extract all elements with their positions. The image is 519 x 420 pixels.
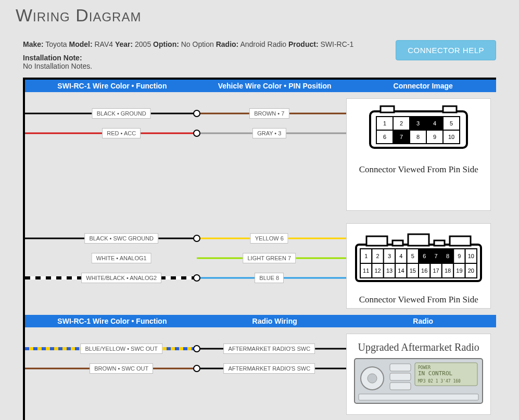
- header-right-conn: Connector Image: [350, 82, 496, 90]
- header-band-1: SWI-RC-1 Wire Color • Function Vehicle W…: [25, 80, 496, 92]
- radio-screen-line2: IN CONTROL: [418, 370, 453, 377]
- wire-label-right: AFTERMARKET RADIO'S SWC: [223, 363, 315, 374]
- svg-text:7: 7: [435, 253, 438, 259]
- wire-row: BROWN • SWC OUT AFTERMARKET RADIO'S SWC: [25, 359, 346, 378]
- install-note: Installation Note: No Installation Notes…: [23, 54, 353, 70]
- wire-label-left: BLACK • SWC GROUND: [84, 233, 158, 244]
- svg-text:9: 9: [458, 253, 461, 259]
- radio-screen-line3: MP3 02 1 3'47 160: [418, 379, 461, 384]
- svg-text:19: 19: [457, 268, 463, 274]
- header-left: SWI-RC-1 Wire Color • Function: [25, 82, 199, 90]
- connector-image-1: 12345678910 Connector Viewed From Pin Si…: [346, 98, 491, 211]
- meta-text: Make: Toyota Model: RAV4 Year: 2005 Opti…: [23, 40, 353, 70]
- svg-rect-25: [408, 234, 429, 246]
- svg-text:10: 10: [448, 134, 454, 140]
- wire-label-right: BROWN • 7: [249, 108, 289, 119]
- meta-row: Make: Toyota Model: RAV4 Year: 2005 Opti…: [0, 40, 519, 70]
- svg-rect-28: [434, 240, 445, 246]
- svg-rect-1: [381, 106, 394, 112]
- wire-label-left: RED • ACC: [102, 128, 141, 138]
- svg-rect-74: [390, 383, 411, 390]
- wire-label-right: YELLOW 6: [250, 233, 288, 244]
- wire-node-icon: [193, 365, 200, 372]
- wire-node-icon: [193, 130, 200, 137]
- wire-label-left: WHITE • ANALOG1: [92, 253, 151, 263]
- wire-label-right: BLUE 8: [255, 273, 284, 283]
- svg-text:5: 5: [411, 253, 414, 259]
- svg-text:1: 1: [383, 120, 386, 126]
- wiring-diagram: SWI-RC-1 Wire Color • Function Vehicle W…: [23, 78, 496, 420]
- wire-row: WHITE/BLACK • ANALOG2 BLUE 8: [25, 268, 346, 288]
- svg-rect-73: [390, 373, 411, 380]
- svg-rect-24: [366, 236, 387, 246]
- svg-text:2: 2: [376, 253, 379, 259]
- svg-text:16: 16: [421, 268, 427, 274]
- svg-text:3: 3: [388, 253, 391, 259]
- wire-label-right: GRAY • 3: [252, 128, 286, 138]
- connector-caption: Connector Viewed From Pin Side: [349, 164, 488, 175]
- svg-rect-26: [450, 236, 471, 246]
- section-2: BLACK • SWC GROUND YELLOW 6 WHITE • ANAL…: [25, 217, 496, 315]
- svg-text:2: 2: [400, 120, 403, 126]
- wire-row: BLACK • GROUND BROWN • 7: [25, 104, 346, 123]
- vehicle-meta-line: Make: Toyota Model: RAV4 Year: 2005 Opti…: [23, 40, 353, 48]
- svg-text:14: 14: [398, 268, 404, 274]
- aftermarket-radio-image: Upgraded Aftermarket Radio POWER IN CONT…: [346, 334, 491, 415]
- svg-text:8: 8: [416, 134, 420, 140]
- connector-2-svg: 1234567891011121314151617181920: [351, 229, 486, 291]
- header-mid-vehicle: Vehicle Wire Color • PIN Position: [199, 82, 350, 90]
- svg-text:4: 4: [400, 253, 403, 259]
- svg-text:1: 1: [364, 253, 368, 259]
- svg-text:5: 5: [450, 120, 453, 126]
- svg-text:20: 20: [468, 268, 474, 274]
- spacer: [25, 143, 346, 206]
- radio-svg: POWER IN CONTROL MP3 02 1 3'47 160: [353, 358, 484, 404]
- connector-caption: Connector Viewed From Pin Side: [349, 295, 488, 305]
- svg-text:13: 13: [386, 268, 393, 274]
- svg-point-71: [368, 374, 377, 383]
- section-1: BLACK • GROUND BROWN • 7 RED • ACC GRAY …: [25, 92, 496, 217]
- svg-rect-72: [390, 364, 411, 371]
- wire-label-right: LIGHT GREEN 7: [243, 253, 296, 263]
- header-band-2: SWI-RC-1 Wire Color • Function Radio Wir…: [25, 315, 496, 327]
- svg-text:11: 11: [363, 268, 369, 274]
- svg-rect-2: [443, 106, 457, 112]
- wires-3: BLUE/YELLOW • SWC OUT AFTERMARKET RADIO'…: [25, 327, 346, 420]
- wire-label-left: BROWN • SWC OUT: [90, 363, 153, 374]
- connector-image-2: 1234567891011121314151617181920 Connecto…: [346, 223, 491, 309]
- wire-label-left: BLUE/YELLOW • SWC OUT: [80, 343, 162, 354]
- svg-text:7: 7: [400, 134, 403, 140]
- page-title: Wiring Diagram: [16, 5, 519, 26]
- svg-text:8: 8: [446, 253, 449, 259]
- spacer: [25, 288, 346, 303]
- svg-text:6: 6: [383, 134, 386, 140]
- svg-text:18: 18: [445, 268, 451, 274]
- wire-node-icon: [193, 345, 200, 352]
- header-mid-radio: Radio Wiring: [199, 317, 350, 325]
- connector-1-svg: 12345678910: [359, 104, 478, 161]
- svg-text:17: 17: [433, 268, 439, 274]
- wire-row: BLACK • SWC GROUND YELLOW 6: [25, 228, 346, 248]
- wire-node-icon: [193, 110, 200, 117]
- svg-text:9: 9: [433, 134, 436, 140]
- svg-text:12: 12: [375, 268, 381, 274]
- radio-caption: Upgraded Aftermarket Radio: [349, 341, 488, 353]
- connector-help-button[interactable]: CONNECTOR HELP: [396, 40, 496, 60]
- svg-text:6: 6: [423, 253, 426, 259]
- spacer: [25, 378, 346, 410]
- section-3: BLUE/YELLOW • SWC OUT AFTERMARKET RADIO'…: [25, 327, 496, 420]
- page: Wiring Diagram Make: Toyota Model: RAV4 …: [0, 0, 519, 420]
- wire-label-right: AFTERMARKET RADIO'S SWC: [223, 343, 315, 354]
- svg-rect-76: [359, 394, 478, 400]
- wire-row: BLUE/YELLOW • SWC OUT AFTERMARKET RADIO'…: [25, 339, 346, 359]
- wire-node-icon: [193, 274, 200, 282]
- svg-text:15: 15: [410, 268, 416, 274]
- svg-text:3: 3: [416, 120, 420, 126]
- header-left: SWI-RC-1 Wire Color • Function: [25, 317, 199, 325]
- wire-label-left: WHITE/BLACK • ANALOG2: [81, 273, 161, 283]
- svg-text:10: 10: [468, 253, 474, 259]
- wires-2: BLACK • SWC GROUND YELLOW 6 WHITE • ANAL…: [25, 217, 346, 315]
- wire-row: WHITE • ANALOG1 LIGHT GREEN 7: [25, 248, 346, 268]
- svg-text:4: 4: [433, 120, 436, 126]
- wire-label-left: BLACK • GROUND: [92, 108, 151, 119]
